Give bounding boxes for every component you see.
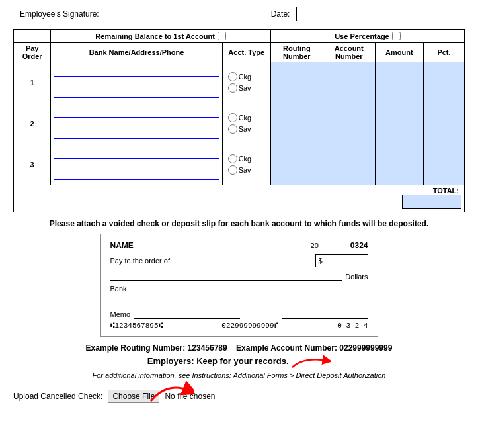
routing-3[interactable] xyxy=(270,144,323,185)
bank-name-2-line1[interactable] xyxy=(54,109,219,118)
check-spacer xyxy=(110,298,368,310)
pct-2[interactable] xyxy=(423,103,464,144)
bank-name-3-line2[interactable] xyxy=(54,160,219,169)
pay-order-3: 3 xyxy=(14,144,51,185)
pay-order-2: 2 xyxy=(14,103,51,144)
ckg-option-2[interactable]: Ckg xyxy=(228,113,252,122)
col-header-routing: Routing Number xyxy=(270,43,323,62)
pct-1[interactable] xyxy=(423,62,464,103)
bank-info-1 xyxy=(51,62,222,103)
col-header-amount: Amount xyxy=(375,43,423,62)
bank-label: Bank xyxy=(110,285,368,292)
bank-info-2 xyxy=(51,103,222,144)
ckg-radio-1[interactable] xyxy=(228,72,237,81)
bank-name-3-line3[interactable] xyxy=(54,171,219,180)
sav-option-3[interactable]: Sav xyxy=(228,165,251,175)
sav-radio-2[interactable] xyxy=(228,124,237,134)
routing-1[interactable] xyxy=(270,62,323,103)
micr-row: ⑆1234567895⑆ 022999999999⑈ 0 3 2 4 xyxy=(110,322,368,330)
use-percentage-header: Use Percentage xyxy=(270,30,464,43)
upload-label: Upload Cancelled Check: xyxy=(13,392,102,401)
acct-type-2: Ckg Sav xyxy=(222,103,270,144)
signature-row: Employee's Signature: Date: xyxy=(13,7,465,21)
employee-sig-label: Employee's Signature: xyxy=(20,9,99,19)
amount-box xyxy=(323,255,366,266)
upload-area: Choose File xyxy=(108,390,159,403)
ckg-radio-2[interactable] xyxy=(228,113,237,122)
sav-radio-3[interactable] xyxy=(228,165,237,175)
check-date-suffix-line xyxy=(321,242,348,249)
date-input[interactable] xyxy=(296,7,395,21)
annotation-arrow-icon xyxy=(291,355,331,369)
total-spacer xyxy=(14,185,376,212)
check-date-prefix: 20 xyxy=(311,242,319,249)
col-header-pct: Pct. xyxy=(423,43,464,62)
total-label: TOTAL: xyxy=(433,187,459,195)
pay-order-1: 1 xyxy=(14,62,51,103)
memo-row: Memo xyxy=(110,310,368,319)
bank-name-3-line1[interactable] xyxy=(54,150,219,159)
ckg-radio-3[interactable] xyxy=(228,154,237,163)
amount-1[interactable] xyxy=(375,62,423,103)
memo-line xyxy=(134,310,240,319)
example-routing-text: Example Routing Number: 123456789 Exampl… xyxy=(13,343,465,353)
dollars-row: Dollars xyxy=(110,271,368,281)
dollars-line xyxy=(110,271,343,281)
pct-3[interactable] xyxy=(423,144,464,185)
pay-to-label: Pay to the order of xyxy=(110,257,171,265)
col-header-bank: Bank Name/Address/Phone xyxy=(51,43,222,62)
bank-name-2-line3[interactable] xyxy=(54,130,219,139)
total-input[interactable] xyxy=(402,195,461,209)
check-top-row: NAME 20 0324 xyxy=(110,241,368,250)
remaining-balance-checkbox[interactable] xyxy=(218,32,226,40)
account-3[interactable] xyxy=(323,144,375,185)
bank-name-2-line2[interactable] xyxy=(54,119,219,128)
table-row: 1 Ckg Sav xyxy=(14,62,465,103)
table-row: 3 Ckg Sav xyxy=(14,144,465,185)
routing-2[interactable] xyxy=(270,103,323,144)
remaining-balance-header: Remaining Balance to 1st Account xyxy=(51,30,271,43)
amount-2[interactable] xyxy=(375,103,423,144)
bank-info-3 xyxy=(51,144,222,185)
instructions-text: For additional information, see Instruct… xyxy=(13,371,465,379)
use-percentage-checkbox[interactable] xyxy=(392,32,401,40)
check-date-underline xyxy=(282,242,308,249)
table-header-top: Remaining Balance to 1st Account Use Per… xyxy=(14,30,465,43)
micr-right: 0 3 2 4 xyxy=(337,322,368,330)
employee-signature-input[interactable] xyxy=(106,7,251,21)
account-2[interactable] xyxy=(323,103,375,144)
remaining-balance-label: Remaining Balance to 1st Account xyxy=(95,32,215,40)
table-column-headers: Pay Order Bank Name/Address/Phone Acct. … xyxy=(14,43,465,62)
check-number: 0324 xyxy=(350,241,368,250)
sav-radio-1[interactable] xyxy=(228,83,237,93)
date-label: Date: xyxy=(271,9,290,19)
ckg-option-3[interactable]: Ckg xyxy=(228,154,252,163)
check-sig-line xyxy=(282,310,368,319)
acct-type-3: Ckg Sav xyxy=(222,144,270,185)
total-cell: TOTAL: xyxy=(375,185,464,212)
direct-deposit-table: Remaining Balance to 1st Account Use Per… xyxy=(13,29,465,212)
amount-3[interactable] xyxy=(375,144,423,185)
red-arrow-icon xyxy=(147,378,194,404)
col-header-acct-type: Acct. Type xyxy=(222,43,270,62)
pay-to-line xyxy=(174,256,311,265)
total-row: TOTAL: xyxy=(14,185,465,212)
use-percentage-label: Use Percentage xyxy=(335,32,389,40)
dollars-label: Dollars xyxy=(345,273,368,281)
ckg-option-1[interactable]: Ckg xyxy=(228,72,252,81)
notice-text: Please attach a voided check or deposit … xyxy=(13,219,465,228)
check-date-area: 20 0324 xyxy=(282,241,368,250)
pay-to-row: Pay to the order of $ xyxy=(110,254,368,267)
account-1[interactable] xyxy=(323,62,375,103)
pay-order-header-empty xyxy=(14,30,51,43)
bank-name-1-line1[interactable] xyxy=(54,67,219,77)
bank-name-1-line3[interactable] xyxy=(54,89,219,98)
table-row: 2 Ckg Sav xyxy=(14,103,465,144)
bank-name-1-line2[interactable] xyxy=(54,78,219,87)
col-header-pay-order: Pay Order xyxy=(14,43,51,62)
micr-left: ⑆1234567895⑆ xyxy=(110,322,163,330)
sav-option-2[interactable]: Sav xyxy=(228,124,251,134)
sav-option-1[interactable]: Sav xyxy=(228,83,251,93)
check-image: NAME 20 0324 Pay to the order of $ Dolla… xyxy=(100,234,378,337)
upload-row: Upload Cancelled Check: Choose File No f… xyxy=(13,386,465,407)
